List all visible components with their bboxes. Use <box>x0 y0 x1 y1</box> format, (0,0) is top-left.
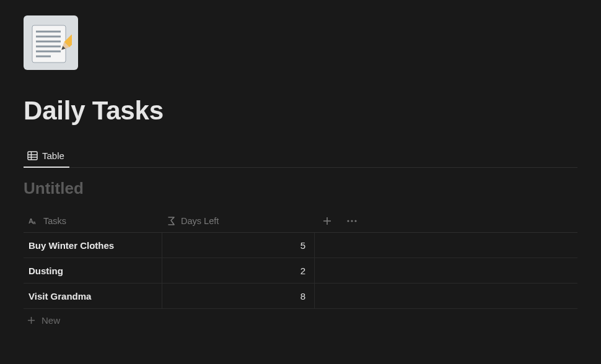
cell-daysleft[interactable]: 8 <box>162 284 315 308</box>
column-more-button[interactable] <box>340 220 364 222</box>
formula-property-icon <box>167 216 176 226</box>
tab-table[interactable]: Table <box>24 147 69 167</box>
svg-point-21 <box>354 220 356 222</box>
table-row[interactable]: Buy Winter Clothes 5 <box>24 233 577 258</box>
cell-daysleft[interactable]: 5 <box>162 233 315 258</box>
cell-task[interactable]: Visit Grandma <box>24 284 162 308</box>
add-column-button[interactable] <box>315 217 340 225</box>
text-property-icon: A a <box>29 216 38 226</box>
more-icon <box>347 220 357 222</box>
view-tabs: Table <box>24 147 577 168</box>
table-header: A a Tasks Days Left <box>24 209 577 233</box>
table: A a Tasks Days Left <box>24 209 577 332</box>
page-icon[interactable] <box>24 15 78 70</box>
column-header-label: Tasks <box>43 216 66 226</box>
new-row-button[interactable]: New <box>24 309 577 332</box>
table-icon <box>27 150 38 161</box>
cell-task[interactable]: Dusting <box>24 258 162 283</box>
column-header-tasks[interactable]: A a Tasks <box>24 216 162 226</box>
svg-point-19 <box>347 220 349 222</box>
svg-text:a: a <box>33 220 36 225</box>
table-row[interactable]: Visit Grandma 8 <box>24 284 577 309</box>
database-title[interactable]: Untitled <box>24 179 577 198</box>
new-row-label: New <box>42 315 60 326</box>
page-title[interactable]: Daily Tasks <box>24 96 577 126</box>
plus-icon <box>27 316 35 324</box>
column-header-daysleft[interactable]: Days Left <box>162 216 315 226</box>
cell-task[interactable]: Buy Winter Clothes <box>24 233 162 258</box>
table-row[interactable]: Dusting 2 <box>24 258 577 284</box>
table-body: Buy Winter Clothes 5 Dusting 2 Visit Gra… <box>24 233 577 309</box>
tab-label: Table <box>42 150 64 161</box>
cell-daysleft[interactable]: 2 <box>162 258 315 283</box>
svg-rect-11 <box>28 152 37 160</box>
svg-point-20 <box>351 220 353 222</box>
plus-icon <box>323 217 331 225</box>
column-header-label: Days Left <box>181 216 219 226</box>
